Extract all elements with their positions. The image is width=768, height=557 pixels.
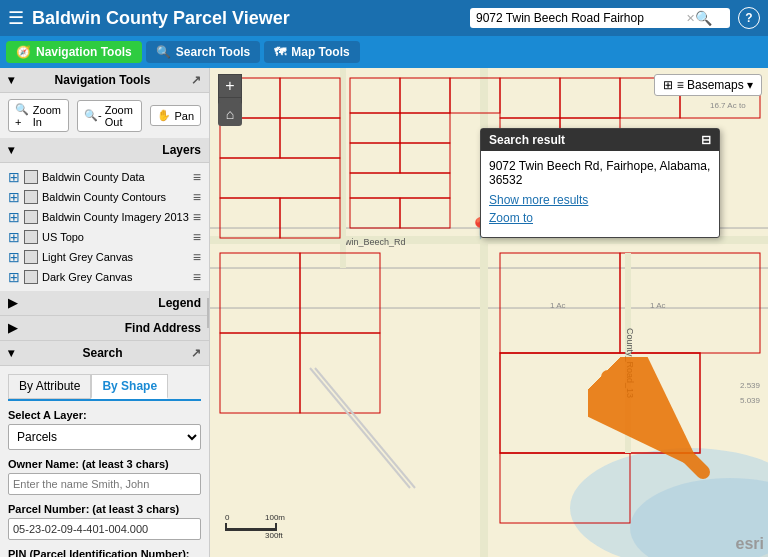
svg-text:300ft: 300ft	[265, 531, 284, 540]
svg-rect-10	[340, 68, 346, 268]
layer-name: Baldwin County Contours	[42, 191, 189, 203]
nav-tools-icon: 🧭	[16, 45, 31, 59]
select-layer-group: Select A Layer: Parcels	[8, 409, 201, 450]
search-content: By Attribute By Shape Select A Layer: Pa…	[0, 366, 209, 557]
svg-text:County_Road_13: County_Road_13	[625, 328, 635, 398]
popup-header: Search result ⊟	[481, 129, 719, 151]
menu-icon[interactable]: ☰	[8, 7, 24, 29]
search-section-title: Search	[82, 346, 122, 360]
pan-icon: ✋	[157, 109, 171, 122]
nav-tools-section-header[interactable]: ▾ Navigation Tools ↗	[0, 68, 209, 93]
zoom-in-icon: 🔍+	[15, 103, 30, 128]
home-button[interactable]: ⌂	[218, 102, 242, 126]
layer-menu-icon[interactable]: ≡	[193, 169, 201, 185]
layer-toggle-icon[interactable]: ⊞	[8, 269, 20, 285]
svg-text:1 Ac: 1 Ac	[550, 301, 566, 310]
layer-name-us-topo: US Topo	[42, 231, 189, 243]
layer-name: Baldwin County Data	[42, 171, 189, 183]
search-share-icon[interactable]: ↗	[191, 346, 201, 360]
layer-menu-icon[interactable]: ≡	[193, 229, 201, 245]
layer-menu-icon[interactable]: ≡	[193, 269, 201, 285]
find-address-arrow: ▶	[8, 321, 17, 335]
find-address-section-header[interactable]: ▶ Find Address	[0, 316, 209, 341]
tab-by-shape[interactable]: By Shape	[91, 374, 168, 399]
nav-tools-content: 🔍+ Zoom In 🔍- Zoom Out ✋ Pan	[0, 93, 209, 138]
owner-name-label: Owner Name: (at least 3 chars)	[8, 458, 201, 470]
tab-by-attribute[interactable]: By Attribute	[8, 374, 91, 399]
layer-color-box	[24, 270, 38, 284]
search-clear-icon[interactable]: ✕	[686, 12, 695, 25]
search-tools-button[interactable]: 🔍 Search Tools	[146, 41, 260, 63]
popup-close-icon[interactable]: ⊟	[701, 133, 711, 147]
map-tools-button[interactable]: 🗺 Map Tools	[264, 41, 359, 63]
search-result-popup: Search result ⊟ 9072 Twin Beech Rd, Fair…	[480, 128, 720, 238]
zoom-in-button[interactable]: 🔍+ Zoom In	[8, 99, 69, 132]
search-section-header[interactable]: ▾ Search ↗	[0, 341, 209, 366]
basemaps-button[interactable]: ⊞ ≡ Basemaps ▾	[654, 74, 762, 96]
layer-menu-icon[interactable]: ≡	[193, 189, 201, 205]
svg-text:1 Ac: 1 Ac	[650, 301, 666, 310]
layer-color-box	[24, 190, 38, 204]
nav-tools-label: Navigation Tools	[36, 45, 132, 59]
svg-text:5.039: 5.039	[740, 396, 761, 405]
layer-color-box	[24, 230, 38, 244]
layer-menu-icon[interactable]: ≡	[193, 249, 201, 265]
layer-toggle-icon[interactable]: ⊞	[8, 189, 20, 205]
list-item: ⊞ Dark Grey Canvas ≡	[4, 267, 205, 287]
zoom-to-link[interactable]: Zoom to	[489, 211, 711, 225]
owner-name-input[interactable]	[8, 473, 201, 495]
find-address-title: Find Address	[125, 321, 201, 335]
parcel-number-label: Parcel Number: (at least 3 chars)	[8, 503, 201, 515]
help-button[interactable]: ?	[738, 7, 760, 29]
layers-section-header[interactable]: ▾ Layers	[0, 138, 209, 163]
layer-toggle-icon[interactable]: ⊞	[8, 209, 20, 225]
popup-title: Search result	[489, 133, 565, 147]
select-layer-label: Select A Layer:	[8, 409, 201, 421]
map-tools-label: Map Tools	[291, 45, 349, 59]
search-icon[interactable]: 🔍	[695, 10, 712, 26]
svg-rect-58	[225, 523, 227, 531]
parcel-number-group: Parcel Number: (at least 3 chars)	[8, 503, 201, 540]
zoom-out-label: Zoom Out	[105, 104, 136, 128]
nav-tools-button[interactable]: 🧭 Navigation Tools	[6, 41, 142, 63]
layer-toggle-icon[interactable]: ⊞	[8, 249, 20, 265]
pin-group: PIN (Parcel Identification Number): (at …	[8, 548, 201, 557]
layer-toggle-icon[interactable]: ⊞	[8, 169, 20, 185]
pan-button[interactable]: ✋ Pan	[150, 105, 201, 126]
app-title: Baldwin County Parcel Viewer	[32, 8, 462, 29]
layer-name-dark-grey: Dark Grey Canvas	[42, 271, 189, 283]
popup-content: 9072 Twin Beech Rd, Fairhope, Alabama, 3…	[481, 151, 719, 237]
basemaps-grid-icon: ⊞	[663, 78, 673, 92]
layer-color-box	[24, 250, 38, 264]
zoom-in-label: Zoom In	[33, 104, 62, 128]
zoom-out-button[interactable]: 🔍- Zoom Out	[77, 100, 142, 132]
owner-name-group: Owner Name: (at least 3 chars)	[8, 458, 201, 495]
layer-toggle-icon[interactable]: ⊞	[8, 229, 20, 245]
map-area[interactable]: Twin_Beech_Rd County_Road	[210, 68, 768, 557]
layers-content: ⊞ Baldwin County Data ≡ ⊞ Baldwin County…	[0, 163, 209, 291]
zoom-out-icon: 🔍-	[84, 109, 102, 122]
parcel-number-input[interactable]	[8, 518, 201, 540]
search-tools-icon: 🔍	[156, 45, 171, 59]
pin-label: PIN (Parcel Identification Number): (at …	[8, 548, 201, 557]
main-layout: ▾ Navigation Tools ↗ 🔍+ Zoom In 🔍- Zoom …	[0, 68, 768, 557]
search-input[interactable]	[476, 11, 686, 25]
layer-color-box	[24, 210, 38, 224]
zoom-in-map-button[interactable]: +	[218, 74, 242, 98]
layer-select[interactable]: Parcels	[8, 424, 201, 450]
nav-tools-section-title: Navigation Tools	[55, 73, 151, 87]
list-item: ⊞ US Topo ≡	[4, 227, 205, 247]
layer-name: Baldwin County Imagery 2013	[42, 211, 189, 223]
layers-section-title: Layers	[162, 143, 201, 157]
nav-tools-share-icon[interactable]: ↗	[191, 73, 201, 87]
esri-watermark: esri	[736, 535, 764, 553]
svg-rect-59	[275, 523, 277, 531]
show-more-results-link[interactable]: Show more results	[489, 193, 711, 207]
layer-menu-icon[interactable]: ≡	[193, 209, 201, 225]
legend-section-header[interactable]: ▶ Legend	[0, 291, 209, 316]
search-section-arrow: ▾	[8, 346, 14, 360]
header: ☰ Baldwin County Parcel Viewer ✕ 🔍 ?	[0, 0, 768, 36]
layer-color-box	[24, 170, 38, 184]
list-item: ⊞ Light Grey Canvas ≡	[4, 247, 205, 267]
svg-text:0: 0	[225, 513, 230, 522]
